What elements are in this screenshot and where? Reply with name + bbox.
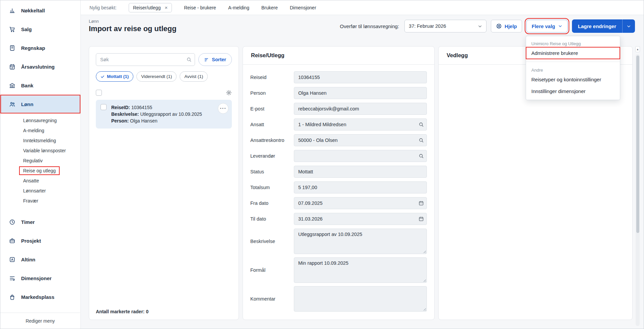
til-dato-field[interactable] xyxy=(294,213,427,225)
chevron-down-icon xyxy=(478,24,482,28)
tab-a-melding[interactable]: A-melding xyxy=(228,5,249,10)
sidebar-subitem-lonnsavregning[interactable]: Lønnsavregning xyxy=(0,115,80,126)
sidebar-subitem-inntektsmelding[interactable]: Inntektsmelding xyxy=(0,136,80,146)
calendar-icon[interactable] xyxy=(418,200,424,206)
email-field[interactable] xyxy=(294,103,427,115)
search-icon[interactable] xyxy=(418,138,424,143)
field-label: Ansatt xyxy=(250,122,294,127)
sidebar-item-arsavslutning[interactable]: Årsavslutning xyxy=(0,57,80,76)
search-icon xyxy=(186,57,192,62)
scrollbar-track[interactable] xyxy=(636,54,640,326)
fra-dato-field[interactable] xyxy=(294,197,427,209)
kommentar-textarea[interactable] xyxy=(294,286,427,312)
chip-mottatt[interactable]: Mottatt (1) xyxy=(96,71,133,82)
sidebar-item-lonn[interactable]: Lønn xyxy=(0,95,80,113)
sidebar-item-altinn[interactable]: Altinn xyxy=(0,250,80,269)
sidebar-subitem-regulativ[interactable]: Regulativ xyxy=(0,156,80,166)
sidebar: Nøkkeltall Salg Regnskap Årsavslutning B… xyxy=(0,0,81,329)
select-all-checkbox[interactable] xyxy=(96,90,102,96)
save-button-group: Lagre endringer xyxy=(572,19,635,33)
row-menu-button[interactable]: ··· xyxy=(218,103,229,114)
sidebar-item-label: Salg xyxy=(21,26,32,32)
field-label: Formål xyxy=(250,267,294,273)
sidebar-item-label: Prosjekt xyxy=(21,238,41,244)
sidebar-subitem-reise-og-utlegg[interactable]: Reise og utlegg xyxy=(0,166,80,176)
ansattreskontro-lookup[interactable] xyxy=(294,134,427,146)
field-label: Totalsum xyxy=(250,185,294,190)
search-icon[interactable] xyxy=(418,122,424,127)
sidebar-item-dimensjoner[interactable]: Dimensjoner xyxy=(0,269,80,287)
sidebar-subitem-ansatte[interactable]: Ansatte xyxy=(0,176,80,186)
tab-dimensjoner[interactable]: Dimensjoner xyxy=(290,5,316,10)
trip-detail-panel: Reise/Utlegg Reiseid Person E-post Ansat… xyxy=(243,46,435,320)
gear-icon[interactable] xyxy=(226,90,232,96)
search-icon[interactable] xyxy=(418,153,424,159)
edit-menu-link[interactable]: Rediger meny xyxy=(0,313,80,329)
payroll-period-select[interactable]: 37: Februar 2026 xyxy=(404,20,487,32)
search-input[interactable] xyxy=(96,53,195,66)
help-button[interactable]: Hjelp xyxy=(491,20,522,32)
sidebar-item-regnskap[interactable]: Regnskap xyxy=(0,38,80,57)
menu-group-label: Unimicro Reise og Utlegg xyxy=(526,38,620,47)
field-label: Reiseid xyxy=(250,75,294,80)
sidebar-subitem-fravaer[interactable]: Fravær xyxy=(0,196,80,206)
field-label: Ansattreskontro xyxy=(250,138,294,143)
leverandor-lookup[interactable] xyxy=(294,150,427,162)
sidebar-item-label: Altinn xyxy=(21,257,36,262)
trips-list-panel: Sorter Mottatt (1) Videresendt (1) Avvis… xyxy=(89,46,239,320)
scroll-up-button[interactable]: ▲ xyxy=(635,46,640,52)
chip-videresendt[interactable]: Videresendt (1) xyxy=(136,71,177,82)
status-field[interactable] xyxy=(294,166,427,178)
totalsum-field[interactable] xyxy=(294,181,427,193)
marketplace-icon xyxy=(9,294,15,300)
save-button[interactable]: Lagre endringer xyxy=(572,19,622,33)
recent-tabs-bar: Nylig besøkt: Reiser/utlegg × Reise - br… xyxy=(81,0,644,15)
app-window: Nøkkeltall Salg Regnskap Årsavslutning B… xyxy=(0,0,644,329)
menu-item-innstillinger-dimensjoner[interactable]: Innstillinger dimensjoner xyxy=(526,85,620,97)
chip-avvist[interactable]: Avvist (1) xyxy=(180,71,208,82)
sidebar-item-markedsplass[interactable]: Markedsplass xyxy=(0,287,80,306)
beskrivelse-textarea[interactable]: Utleggsrapport av 10.09.2025 xyxy=(294,229,427,254)
header-controls: Overfør til lønnsavregning: 37: Februar … xyxy=(340,19,635,33)
tab-reiser-utlegg[interactable]: Reiser/utlegg × xyxy=(129,3,172,12)
formal-textarea[interactable]: Min rapport 10.09.2025 xyxy=(294,257,427,283)
tab-brukere[interactable]: Brukere xyxy=(261,5,278,10)
sidebar-subitem-a-melding[interactable]: A-melding xyxy=(0,126,80,136)
calendar-icon[interactable] xyxy=(418,216,424,222)
field-label: Leverandør xyxy=(250,153,294,159)
transfer-label: Overfør til lønnsavregning: xyxy=(340,23,399,29)
reiseid-field[interactable] xyxy=(294,71,427,83)
selected-rows-count: Antall markerte rader: 0 xyxy=(96,309,148,314)
sidebar-item-timer[interactable]: Timer xyxy=(0,213,80,231)
close-icon[interactable]: × xyxy=(165,5,168,10)
field-label: Kommentar xyxy=(250,296,294,302)
sidebar-subitem-lonnsarter[interactable]: Lønnsarter xyxy=(0,186,80,196)
sort-button[interactable]: Sorter xyxy=(198,53,232,66)
field-label: Status xyxy=(250,169,294,174)
sidebar-item-prosjekt[interactable]: Prosjekt xyxy=(0,231,80,250)
page-title: Import av reise og utlegg xyxy=(89,24,177,33)
trip-item-text: ReiseID: 10364155 Beskrivelse: Utleggsra… xyxy=(111,104,202,124)
field-label: Beskrivelse xyxy=(250,239,294,244)
sidebar-item-bank[interactable]: Bank xyxy=(0,76,80,95)
more-options-menu: Unimicro Reise og Utlegg Administrere br… xyxy=(526,36,620,100)
tab-reise-brukere[interactable]: Reise - brukere xyxy=(184,5,216,10)
sidebar-item-label: Bank xyxy=(21,83,34,88)
bank-icon xyxy=(9,82,15,89)
menu-item-reisetyper[interactable]: Reisetyper og kontoinnstillinger xyxy=(526,74,620,85)
ansatt-lookup[interactable] xyxy=(294,118,427,131)
field-label: Person xyxy=(250,90,294,96)
save-split-chevron[interactable] xyxy=(622,19,635,33)
scrollbar-thumb[interactable] xyxy=(636,56,639,233)
sidebar-item-nokkeltall[interactable]: Nøkkeltall xyxy=(0,1,80,20)
people-icon xyxy=(9,101,15,107)
sidebar-item-label: Timer xyxy=(21,219,35,225)
trip-list-item[interactable]: ReiseID: 10364155 Beskrivelse: Utleggsra… xyxy=(96,100,232,129)
sidebar-item-salg[interactable]: Salg xyxy=(0,20,80,38)
sidebar-item-label: Lønn xyxy=(21,101,34,107)
menu-item-administrere-brukere[interactable]: Administrere brukere xyxy=(526,47,620,59)
sidebar-subitem-variable-lonnsposter[interactable]: Variable lønnsposter xyxy=(0,146,80,156)
row-checkbox[interactable] xyxy=(101,104,107,110)
more-options-button[interactable]: Flere valg xyxy=(526,20,568,32)
person-field[interactable] xyxy=(294,87,427,99)
